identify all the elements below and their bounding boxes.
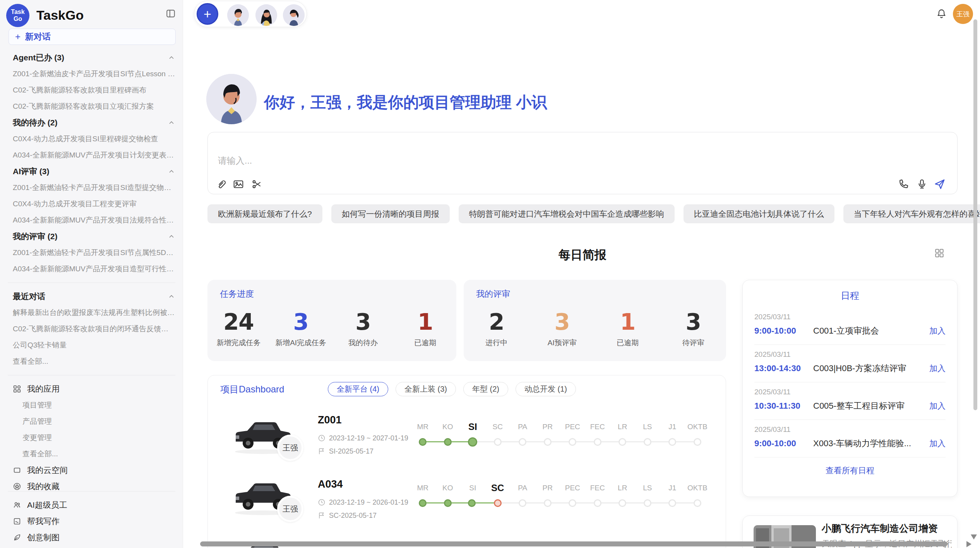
owner-name: 王强	[283, 443, 298, 453]
chevron-up-icon	[168, 168, 175, 175]
sidebar-item[interactable]: C0X4-动力总成开发项目SI里程碑提交物检查	[0, 131, 183, 147]
section-my-todo[interactable]: 我的待办 (2)	[0, 115, 183, 131]
tab-powertrain[interactable]: 动总开发 (1)	[516, 382, 576, 396]
user-avatar[interactable]: 王强	[953, 4, 973, 24]
stat-label: 待评审	[661, 338, 726, 348]
project-name: Z001	[318, 414, 342, 426]
grid-icon[interactable]	[934, 248, 944, 258]
send-icon[interactable]	[934, 178, 946, 190]
join-button[interactable]: 加入	[929, 363, 946, 374]
cloud-drive-icon	[13, 466, 21, 474]
sidebar-item[interactable]: C02-飞腾新能源轻客改款项目立项汇报方案	[0, 98, 183, 115]
sidebar-item[interactable]: C0X4-动力总成开发项目工程变更评审	[0, 196, 183, 212]
section-ai-review[interactable]: AI评审 (3)	[0, 163, 183, 180]
milestone-label: PR	[535, 482, 560, 494]
add-agent-button[interactable]: +	[197, 3, 218, 25]
entry-title: C005-整车工程目标评审	[813, 400, 925, 412]
sidebar-item[interactable]: Z001-全新燃油轻卡产品开发项目SI造型提交物评审	[0, 180, 183, 196]
section-my-review[interactable]: 我的评审 (2)	[0, 228, 183, 245]
schedule-card: 日程 2025/03/11 9:00-10:00 C001-立项审批会 加入 2…	[742, 280, 958, 497]
project-dates: 2023-12-19 ~ 2026-01-19	[318, 498, 408, 507]
item-label: C02-飞腾新能源轻客改款项目里程碑画布	[13, 85, 146, 95]
join-button[interactable]: 加入	[929, 401, 946, 411]
dashboard-tabs: 全新平台 (4) 全新上装 (3) 年型 (2) 动总开发 (1)	[328, 382, 576, 396]
milestone-label: PR	[535, 421, 560, 433]
vertical-scrollbar[interactable]	[973, 19, 977, 410]
section-recent-chats[interactable]: 最近对话	[0, 288, 183, 305]
join-button[interactable]: 加入	[929, 325, 946, 336]
chat-composer	[207, 132, 958, 194]
sidebar-item-my-apps[interactable]: 我的应用	[0, 381, 183, 397]
sidebar-item[interactable]: A034-全新新能源MUV产品开发项目造型可行性评审	[0, 261, 183, 277]
agent-avatar-1[interactable]	[227, 4, 249, 26]
new-chat-button[interactable]: + 新对话	[9, 29, 176, 45]
sidebar-item-cloud-space[interactable]: 我的云空间	[0, 462, 183, 478]
item-label: A034-全新新能源MUV产品开发项目法规符合性评审	[13, 215, 175, 225]
agent-avatar-3[interactable]	[283, 4, 305, 26]
task-progress-card: 任务进度 24新增完成任务 3新增AI完成任务 3我的待办 1已逾期	[207, 280, 456, 361]
suggestion-chip[interactable]: 欧洲新规最近颁布了什么?	[207, 204, 322, 223]
item-label: 我的应用	[27, 384, 60, 394]
suggestion-chip[interactable]: 当下年轻人对汽车外观有怎样的喜好趋势	[843, 204, 980, 223]
divider	[8, 375, 175, 375]
join-button[interactable]: 加入	[929, 438, 946, 449]
phone-icon[interactable]	[898, 178, 909, 190]
scroll-down-arrow-icon[interactable]	[971, 534, 977, 539]
owner-name: 王强	[283, 504, 298, 514]
recent-chats-view-all[interactable]: 查看全部...	[0, 353, 183, 370]
sidebar-item[interactable]: A034-全新新能源MUV产品开发项目计划变更表编写	[0, 147, 183, 163]
milestone-label: SI	[460, 482, 485, 494]
suggestion-chip[interactable]: 比亚迪全固态电池计划具体说了什么	[684, 204, 834, 223]
recent-chat-item[interactable]: C02-飞腾新能源轻客改款项目的闭环通告反馈情况	[0, 321, 183, 337]
sidebar-item-ai-super-staff[interactable]: AI超级员工	[0, 497, 183, 513]
sidebar: Task Go TaskGo + 新对话 Agent已办 (3) Z001-全新…	[0, 0, 183, 548]
image-icon[interactable]	[233, 178, 244, 190]
panel-collapse-icon[interactable]	[166, 9, 176, 19]
tab-new-platform[interactable]: 全新平台 (4)	[328, 382, 388, 396]
sidebar-item-creative-drawing[interactable]: 创意制图	[0, 529, 183, 546]
milestone-labels: MRKOSISCPAPRPECFECLRLSJ1OKTB	[410, 421, 710, 433]
app-item-product-mgmt[interactable]: 产品管理	[0, 413, 183, 430]
agent-avatar-2[interactable]	[255, 4, 277, 26]
milestone-label: KO	[435, 421, 461, 433]
new-chat-label: 新对话	[25, 31, 51, 43]
sidebar-item[interactable]: C02-飞腾新能源轻客改款项目里程碑画布	[0, 82, 183, 98]
microphone-icon[interactable]	[916, 178, 928, 190]
horizontal-scrollbar[interactable]	[200, 541, 947, 546]
stat-value: 3	[529, 310, 595, 334]
suggestion-chip[interactable]: 特朗普可能对进口汽车增税会对中国车企造成哪些影响	[459, 204, 675, 223]
milestone-label: PA	[510, 421, 535, 433]
chat-input[interactable]	[218, 156, 837, 166]
bell-icon[interactable]	[936, 9, 947, 19]
apps-icon	[13, 385, 21, 393]
view-all-schedule-link[interactable]: 查看所有日程	[743, 465, 957, 476]
section-agent-done[interactable]: Agent已办 (3)	[0, 50, 183, 66]
schedule-entry: 2025/03/11 13:00-14:30 C003|H0B-方案冻结评审 加…	[754, 345, 946, 382]
recent-chat-item[interactable]: 解释最新出台的欧盟报废车法规再生塑料比例被调至15%...	[0, 305, 183, 321]
flag-icon	[318, 512, 326, 519]
section-title: Agent已办 (3)	[13, 52, 64, 63]
entry-time: 9:00-10:00	[754, 326, 813, 336]
item-label: 变更管理	[22, 433, 52, 443]
sidebar-item[interactable]: A034-全新新能源MUV产品开发项目法规符合性评审	[0, 212, 183, 228]
stat-label: 新增完成任务	[207, 338, 270, 348]
sidebar-item-help-me-write[interactable]: 帮我写作	[0, 513, 183, 529]
sidebar-item[interactable]: Z001-全新燃油轻卡产品开发项目SI节点属性5D文件评审	[0, 245, 183, 261]
tab-new-body[interactable]: 全新上装 (3)	[396, 382, 456, 396]
sidebar-item[interactable]: Z001-全新燃油皮卡产品开发项目SI节点Lesson Learn报告	[0, 66, 183, 82]
app-item-project-mgmt[interactable]: 项目管理	[0, 397, 183, 413]
item-label: 我的云空间	[27, 465, 68, 476]
stat-value: 3	[270, 310, 332, 334]
tab-model-year[interactable]: 年型 (2)	[463, 382, 508, 396]
flag-icon	[318, 447, 326, 455]
schedule-entry: 2025/03/11 9:00-10:00 X003-车辆动力学性能验... 加…	[754, 420, 946, 457]
apps-view-all[interactable]: 查看全部...	[0, 446, 183, 462]
scroll-right-arrow-icon[interactable]	[966, 541, 971, 547]
recent-chat-item[interactable]: 公司Q3轻卡销量	[0, 337, 183, 353]
suggestion-chip[interactable]: 如何写一份清晰的项目周报	[331, 204, 450, 223]
milestone-label: KO	[435, 482, 461, 494]
app-item-change-mgmt[interactable]: 变更管理	[0, 430, 183, 446]
scissors-icon[interactable]	[251, 178, 263, 190]
paperclip-icon[interactable]	[216, 178, 227, 190]
write-icon	[13, 517, 21, 526]
